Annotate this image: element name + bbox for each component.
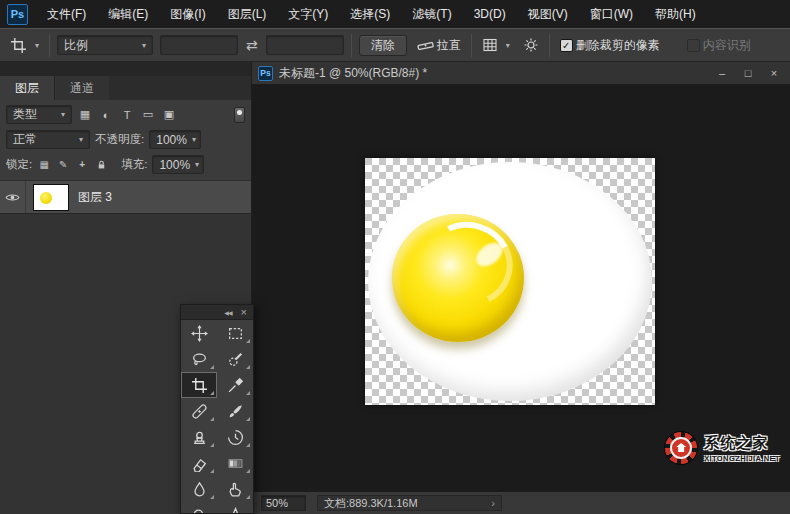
menu-window[interactable]: 窗口(W) (579, 0, 644, 28)
gradient-tool[interactable] (217, 450, 253, 476)
delete-cropped-pixels-option[interactable]: ✓ 删除裁剪的像素 (557, 35, 663, 56)
panel-tab-bar: 图层 通道 (0, 76, 251, 100)
straighten-button[interactable]: 拉直 (414, 35, 464, 56)
layer-filter-toggle[interactable] (234, 107, 245, 123)
healing-brush-tool[interactable] (181, 398, 217, 424)
menu-edit[interactable]: 编辑(E) (97, 0, 159, 28)
grid-overlay-icon (482, 37, 498, 53)
fill-input[interactable]: 100% ▾ (152, 155, 204, 174)
filter-type-select[interactable]: 类型 ▾ (6, 105, 72, 124)
watermark-text: 系统之家 XITONGZHIJIA.NET (704, 434, 780, 463)
shape-filter-icon[interactable]: ▭ (140, 107, 156, 123)
menu-3d[interactable]: 3D(D) (463, 0, 517, 28)
menu-layer[interactable]: 图层(L) (217, 0, 278, 28)
crop-width-input[interactable] (160, 35, 238, 55)
gear-icon (523, 37, 539, 53)
clear-button[interactable]: 清除 (359, 35, 407, 56)
smudge-tool[interactable] (217, 476, 253, 502)
fill-value: 100% (159, 158, 190, 172)
status-bar: 50% 文档:889.3K/1.16M › (252, 491, 790, 514)
fill-label: 填充: (121, 157, 147, 172)
restore-button[interactable]: □ (738, 65, 758, 82)
marquee-tool-icon (227, 325, 244, 342)
layer-thumbnail[interactable] (33, 184, 69, 211)
close-button[interactable]: × (764, 65, 784, 82)
blur-tool-icon (191, 481, 208, 498)
tab-channels[interactable]: 通道 (54, 76, 109, 100)
tools-panel-header[interactable]: ◀◀ × (181, 305, 253, 320)
clone-stamp-tool[interactable] (181, 424, 217, 450)
menu-select[interactable]: 选择(S) (339, 0, 401, 28)
blur-tool[interactable] (181, 476, 217, 502)
document-title-bar[interactable]: Ps 未标题-1 @ 50%(RGB/8#) * – □ × (252, 62, 790, 85)
smudge-tool-icon (227, 481, 244, 498)
divider (549, 34, 550, 57)
document-info-text: 文档:889.3K/1.16M (324, 496, 418, 511)
lock-transparency-icon[interactable]: ▦ (37, 158, 51, 172)
chevron-down-icon: ▾ (61, 110, 65, 119)
chevron-down-icon: ▾ (35, 41, 39, 50)
crop-height-input[interactable] (266, 35, 344, 55)
eye-icon (5, 192, 20, 203)
straighten-label: 拉直 (437, 37, 461, 54)
minimize-button[interactable]: – (712, 65, 732, 82)
menu-view[interactable]: 视图(V) (517, 0, 579, 28)
tools-grid (181, 320, 253, 514)
lock-all-icon[interactable] (94, 158, 108, 172)
lock-paint-icon[interactable]: ✎ (56, 158, 70, 172)
divider (471, 34, 472, 57)
content-aware-option: 内容识别 (684, 35, 754, 56)
adjustment-filter-icon[interactable]: ◐ (98, 107, 114, 123)
collapse-panel-icon[interactable]: ◀◀ (224, 309, 231, 316)
pixel-filter-icon[interactable]: ▦ (77, 107, 93, 123)
chevron-right-icon[interactable]: › (491, 497, 495, 509)
menu-type[interactable]: 文字(Y) (277, 0, 339, 28)
eyedropper-tool[interactable] (217, 372, 253, 398)
watermark-site-name: 系统之家 (704, 434, 780, 453)
watermark-gear-logo (665, 432, 697, 464)
clone-stamp-tool-icon (191, 429, 208, 446)
menu-file[interactable]: 文件(F) (36, 0, 97, 28)
history-brush-tool[interactable] (217, 424, 253, 450)
lock-move-icon[interactable]: + (75, 158, 89, 172)
crop-options-button[interactable] (520, 35, 542, 55)
chevron-down-icon: ▾ (79, 135, 83, 144)
document-image[interactable] (365, 158, 655, 405)
crop-tool-preset-button[interactable]: ▾ (7, 35, 42, 56)
delete-cropped-pixels-checkbox[interactable]: ✓ (560, 39, 573, 52)
swap-dimensions-button[interactable]: ⇄ (245, 37, 259, 53)
blend-mode-select[interactable]: 正常 ▾ (6, 130, 90, 149)
move-tool-icon (191, 325, 208, 342)
quick-selection-tool-icon (227, 351, 244, 368)
eraser-tool[interactable] (181, 450, 217, 476)
quick-selection-tool[interactable] (217, 346, 253, 372)
close-panel-icon[interactable]: × (241, 307, 247, 317)
tab-layers[interactable]: 图层 (0, 76, 54, 100)
dodge-tool[interactable] (181, 502, 217, 514)
overlay-options-button[interactable]: ▾ (479, 35, 513, 55)
aspect-ratio-select[interactable]: 比例 ▾ (57, 35, 153, 55)
layer-name[interactable]: 图层 3 (78, 189, 112, 206)
watermark: 系统之家 XITONGZHIJIA.NET (665, 432, 780, 464)
move-tool[interactable] (181, 320, 217, 346)
chevron-down-icon: ▾ (192, 135, 196, 144)
menu-filter[interactable]: 滤镜(T) (401, 0, 462, 28)
zoom-level-input[interactable]: 50% (261, 495, 306, 511)
document-info-field[interactable]: 文档:889.3K/1.16M › (317, 495, 502, 511)
crop-tool[interactable] (181, 372, 217, 398)
layer-row[interactable]: 图层 3 (0, 181, 251, 214)
pen-tool[interactable] (217, 502, 253, 514)
smart-object-filter-icon[interactable]: ▣ (161, 107, 177, 123)
menu-help[interactable]: 帮助(H) (644, 0, 707, 28)
lasso-tool[interactable] (181, 346, 217, 372)
brush-tool[interactable] (217, 398, 253, 424)
lock-label: 锁定: (6, 157, 32, 172)
watermark-site-url: XITONGZHIJIA.NET (704, 454, 780, 463)
canvas-area[interactable]: 系统之家 XITONGZHIJIA.NET (252, 85, 790, 491)
marquee-tool[interactable] (217, 320, 253, 346)
type-filter-icon[interactable]: T (119, 107, 135, 123)
layer-visibility-toggle[interactable] (0, 181, 26, 213)
egg-yolk-shape (392, 214, 524, 342)
opacity-input[interactable]: 100% ▾ (149, 130, 201, 149)
menu-image[interactable]: 图像(I) (159, 0, 216, 28)
